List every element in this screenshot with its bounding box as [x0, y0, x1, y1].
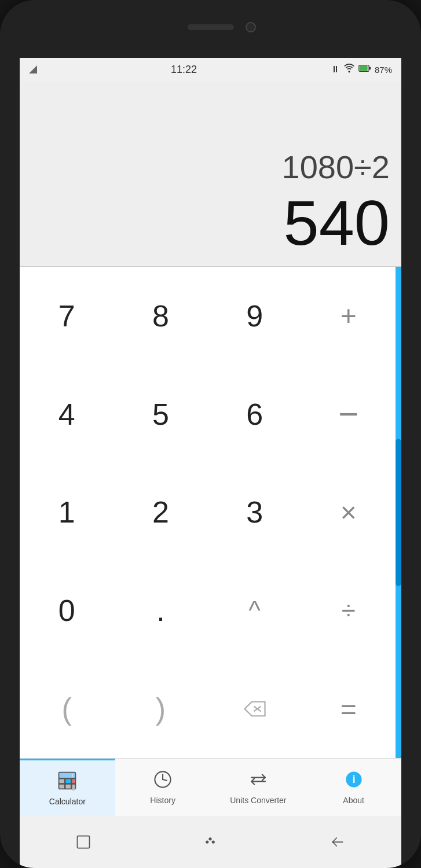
phone-frame: 11:22 ⏸ 87%: [0, 0, 421, 868]
svg-rect-2: [360, 65, 368, 71]
svg-rect-11: [60, 784, 65, 788]
svg-point-20: [206, 840, 209, 843]
system-nav: [20, 816, 401, 868]
svg-rect-10: [72, 779, 75, 783]
status-right: ⏸ 87%: [331, 64, 392, 75]
tab-history[interactable]: History: [115, 759, 211, 816]
keypad: 7 8 9 + 4 5 6 − 1 2 3 × 0 . ^ ÷ (: [20, 267, 401, 758]
key-close-paren[interactable]: ): [114, 660, 207, 758]
tab-units[interactable]: Units Converter: [211, 759, 306, 816]
calculator-icon: 1: [57, 771, 77, 793]
svg-rect-1: [369, 67, 371, 70]
tab-calculator[interactable]: 1 Calculator: [20, 759, 115, 816]
key-divide[interactable]: ÷: [302, 561, 396, 660]
svg-rect-13: [72, 784, 75, 790]
battery-icon: [358, 64, 371, 75]
scroll-thumb[interactable]: [396, 439, 401, 586]
sys-home-btn[interactable]: [200, 832, 221, 852]
key-equals[interactable]: =: [302, 660, 396, 758]
key-open-paren[interactable]: (: [20, 660, 114, 758]
key-multiply[interactable]: ×: [302, 464, 396, 562]
camera: [246, 22, 256, 32]
svg-point-22: [209, 837, 212, 840]
tab-calculator-label: Calculator: [49, 797, 86, 806]
battery-percent: 87%: [375, 65, 392, 75]
scroll-indicator[interactable]: [396, 267, 401, 758]
sys-back-btn[interactable]: [327, 832, 348, 852]
key-6[interactable]: 6: [208, 365, 302, 464]
pause-icon: ⏸: [331, 64, 340, 75]
key-minus[interactable]: −: [302, 365, 396, 464]
svg-rect-8: [60, 779, 65, 783]
key-9[interactable]: 9: [208, 267, 302, 365]
svg-line-24: [332, 838, 336, 842]
key-2[interactable]: 2: [114, 464, 207, 562]
tab-about[interactable]: i About: [306, 759, 401, 816]
key-backspace[interactable]: [208, 660, 302, 758]
key-dot[interactable]: .: [114, 561, 207, 660]
tab-about-label: About: [343, 796, 364, 805]
svg-line-16: [163, 779, 167, 781]
calculator-display: 1080÷2 540: [20, 81, 401, 266]
about-icon: i: [344, 770, 364, 792]
keypad-grid: 7 8 9 + 4 5 6 − 1 2 3 × 0 . ^ ÷ (: [20, 267, 401, 758]
sys-square-btn[interactable]: [73, 832, 94, 852]
signal-icon: [29, 65, 37, 73]
key-3[interactable]: 3: [208, 464, 302, 562]
history-icon: [153, 770, 173, 792]
svg-point-21: [212, 840, 215, 843]
tab-history-label: History: [150, 796, 175, 805]
key-1[interactable]: 1: [20, 464, 114, 562]
status-left: [29, 65, 37, 73]
svg-rect-19: [77, 836, 89, 848]
svg-text:i: i: [352, 773, 355, 785]
speaker: [188, 24, 234, 30]
key-0[interactable]: 0: [20, 561, 114, 660]
result: 540: [283, 191, 390, 255]
wifi-icon: [343, 64, 355, 75]
expression: 1080÷2: [282, 149, 390, 185]
key-plus[interactable]: +: [302, 267, 396, 365]
svg-rect-12: [66, 784, 71, 788]
key-7[interactable]: 7: [20, 267, 114, 365]
key-power[interactable]: ^: [208, 561, 302, 660]
units-icon: [248, 770, 268, 792]
svg-line-25: [332, 842, 336, 846]
bottom-nav: 1 Calculator: [20, 758, 401, 816]
key-8[interactable]: 8: [114, 267, 207, 365]
status-time: 11:22: [171, 64, 197, 76]
tab-units-label: Units Converter: [230, 796, 286, 805]
key-4[interactable]: 4: [20, 365, 114, 464]
status-bar: 11:22 ⏸ 87%: [20, 58, 401, 81]
key-5[interactable]: 5: [114, 365, 207, 464]
svg-rect-9: [66, 779, 71, 783]
screen: 11:22 ⏸ 87%: [20, 58, 401, 816]
